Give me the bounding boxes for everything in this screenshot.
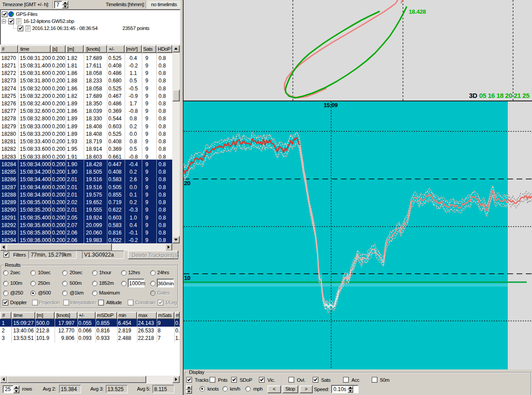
svg-text:20: 20 <box>184 180 190 186</box>
svg-text:05 16 18 20 21 25: 05 16 18 20 21 25 <box>479 92 529 99</box>
svg-text:10: 10 <box>184 275 190 281</box>
svg-text:15:09: 15:09 <box>324 102 337 108</box>
svg-text:18.428: 18.428 <box>409 8 426 15</box>
svg-text:3D: 3D <box>469 92 477 99</box>
